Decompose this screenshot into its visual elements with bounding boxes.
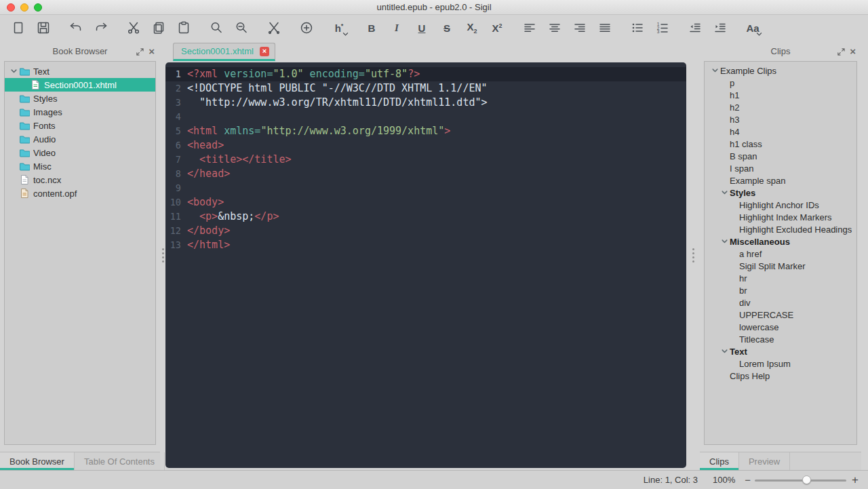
clip-item-p[interactable]: p <box>705 77 856 89</box>
align-right-button[interactable] <box>570 18 590 38</box>
code-line-2[interactable]: 2<!DOCTYPE html PUBLIC "-//W3C//DTD XHTM… <box>165 81 686 96</box>
book-browser-item-text[interactable]: Text <box>5 64 155 78</box>
align-justify-button[interactable] <box>595 18 615 38</box>
book-browser-item-styles[interactable]: Styles <box>5 92 155 105</box>
underline-button[interactable]: U <box>412 18 432 38</box>
undo-button[interactable] <box>66 18 86 38</box>
align-center-button[interactable] <box>545 18 565 38</box>
clip-item-lowercase[interactable]: lowercase <box>705 321 856 333</box>
clip-item-br[interactable]: br <box>705 284 856 296</box>
clip-item-hr[interactable]: hr <box>705 272 856 284</box>
clip-item-h1[interactable]: h1 <box>705 89 856 101</box>
subscript-button[interactable]: X2 <box>462 18 482 38</box>
zoom-slider[interactable] <box>755 475 846 485</box>
clip-item-h4[interactable]: h4 <box>705 125 856 138</box>
clip-item-clips-help[interactable]: Clips Help <box>705 370 856 382</box>
align-left-button[interactable] <box>519 18 540 38</box>
code-line-11[interactable]: 11 <p>&nbsp;</p> <box>165 210 686 224</box>
clip-item-example-clips[interactable]: Example Clips <box>705 64 856 77</box>
code-line-9[interactable]: 9 <box>165 181 686 195</box>
code-editor[interactable]: 1<?xml version="1.0" encoding="utf-8"?>2… <box>165 62 686 468</box>
code-line-7[interactable]: 7 <title></title> <box>165 153 686 167</box>
clip-item-highlight-excluded-headings[interactable]: Highlight Excluded Headings <box>705 223 856 235</box>
find-replace-button[interactable] <box>231 18 252 38</box>
cut-button[interactable] <box>123 18 144 38</box>
superscript-button[interactable]: X2 <box>487 18 507 38</box>
code-line-6[interactable]: 6<head> <box>165 138 686 153</box>
bold-button[interactable]: B <box>361 18 382 38</box>
split-at-cursor-button[interactable] <box>264 18 284 38</box>
bullet-list-button[interactable] <box>627 18 648 38</box>
code-line-12[interactable]: 12</body> <box>165 224 686 238</box>
book-browser-item-misc[interactable]: Misc <box>5 159 155 173</box>
clip-item-div[interactable]: div <box>705 296 856 309</box>
code-line-10[interactable]: 10<body> <box>165 195 686 210</box>
book-browser-item-fonts[interactable]: Fonts <box>5 119 155 132</box>
fullscreen-window-button[interactable] <box>34 3 42 12</box>
numbered-list-button[interactable]: 123 <box>652 18 673 38</box>
clip-item-b-span[interactable]: B span <box>705 150 856 162</box>
new-file-button[interactable] <box>8 18 28 38</box>
disclosure-slot[interactable] <box>719 346 730 357</box>
insert-file-button[interactable] <box>296 18 317 38</box>
clip-item-titlecase[interactable]: Titlecase <box>705 333 856 345</box>
clip-item-h2[interactable]: h2 <box>705 101 856 113</box>
code-line-5[interactable]: 5<html xmlns="http://www.w3.org/1999/xht… <box>165 124 686 138</box>
clip-item-uppercase[interactable]: UPPERCASE <box>705 309 856 321</box>
clips-tab-preview[interactable]: Preview <box>739 452 790 470</box>
zoom-in-icon[interactable]: + <box>852 473 859 487</box>
copy-button[interactable] <box>149 18 169 38</box>
book-browser-item-video[interactable]: Video <box>5 146 155 159</box>
clip-item-text[interactable]: Text <box>705 345 856 357</box>
book-browser-item-audio[interactable]: Audio <box>5 132 155 146</box>
clip-item-i-span[interactable]: I span <box>705 162 856 174</box>
outdent-button[interactable] <box>685 18 705 38</box>
clip-item-h1-class[interactable]: h1 class <box>705 138 856 150</box>
right-splitter-handle[interactable] <box>686 41 700 470</box>
disclosure-slot[interactable] <box>719 236 730 247</box>
float-panel-icon[interactable] <box>135 47 144 56</box>
strikethrough-button[interactable]: S <box>437 18 457 38</box>
clips-tab-clips[interactable]: Clips <box>700 452 739 470</box>
code-line-3[interactable]: 3 "http://www.w3.org/TR/xhtml11/DTD/xhtm… <box>165 96 686 110</box>
find-button[interactable] <box>206 18 226 38</box>
redo-button[interactable] <box>91 18 111 38</box>
zoom-slider-thumb[interactable] <box>802 475 811 484</box>
book-browser-tab-table-of-contents[interactable]: Table Of Contents <box>75 452 165 470</box>
code-line-4[interactable]: 4 <box>165 110 686 124</box>
book-browser-tab-book-browser[interactable]: Book Browser <box>0 452 75 470</box>
heading-button[interactable]: h* <box>329 18 349 38</box>
close-window-button[interactable] <box>7 3 15 12</box>
clip-item-lorem-ipsum[interactable]: Lorem Ipsum <box>705 357 856 370</box>
disclosure-slot[interactable] <box>719 187 730 198</box>
save-button[interactable] <box>33 18 54 38</box>
paste-button[interactable] <box>174 18 194 38</box>
code-line-13[interactable]: 13</html> <box>165 238 686 252</box>
book-browser-item-section0001-xhtml[interactable]: Section0001.xhtml <box>5 78 155 92</box>
clip-item-styles[interactable]: Styles <box>705 187 856 199</box>
italic-button[interactable]: I <box>387 18 407 38</box>
disclosure-slot[interactable] <box>710 65 720 76</box>
clip-item-highlight-anchor-ids[interactable]: Highlight Anchor IDs <box>705 199 856 211</box>
clip-item-sigil-split-marker[interactable]: Sigil Split Marker <box>705 260 856 272</box>
text-case-button[interactable]: Aa <box>743 18 763 38</box>
book-browser-item-toc-ncx[interactable]: toc.ncx <box>5 173 155 187</box>
zoom-out-icon[interactable]: − <box>745 474 751 486</box>
indent-button[interactable] <box>710 18 730 38</box>
editor-tab[interactable]: Section0001.xhtml × <box>173 43 275 61</box>
code-line-8[interactable]: 8</head> <box>165 167 686 181</box>
clip-item-example-span[interactable]: Example span <box>705 174 856 187</box>
clip-item-miscellaneous[interactable]: Miscellaneous <box>705 235 856 248</box>
minimize-window-button[interactable] <box>20 3 28 12</box>
left-splitter-handle[interactable] <box>160 41 165 470</box>
close-panel-icon[interactable]: × <box>149 46 155 56</box>
clip-item-highlight-index-markers[interactable]: Highlight Index Markers <box>705 211 856 223</box>
float-panel-icon[interactable] <box>836 47 845 56</box>
disclosure-slot[interactable] <box>9 66 19 77</box>
book-browser-item-content-opf[interactable]: content.opf <box>5 187 155 200</box>
code-line-1[interactable]: 1<?xml version="1.0" encoding="utf-8"?> <box>165 67 686 81</box>
close-tab-button[interactable]: × <box>260 47 269 56</box>
clip-item-a-href[interactable]: a href <box>705 248 856 260</box>
close-panel-icon[interactable]: × <box>850 46 856 56</box>
clip-item-h3[interactable]: h3 <box>705 113 856 125</box>
